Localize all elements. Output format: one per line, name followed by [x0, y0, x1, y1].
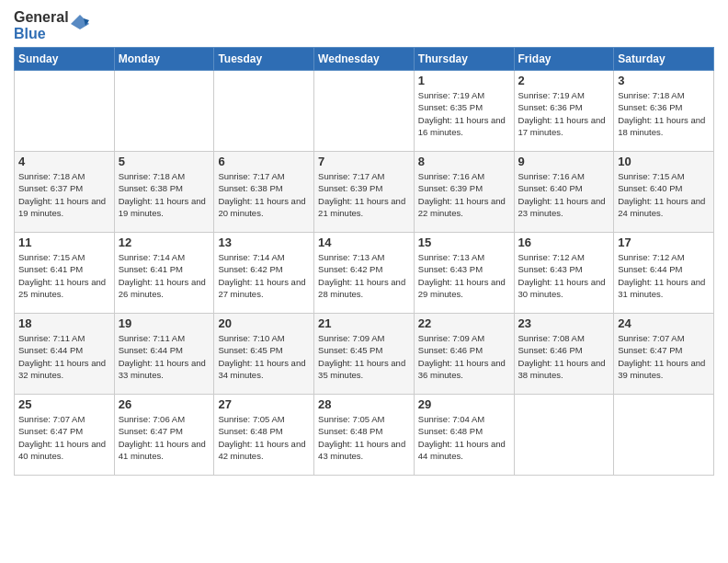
day-info: Sunrise: 7:05 AM Sunset: 6:48 PM Dayligh…	[318, 413, 410, 462]
calendar-cell	[15, 71, 115, 152]
calendar-cell: 15Sunrise: 7:13 AM Sunset: 6:43 PM Dayli…	[414, 233, 514, 314]
day-info: Sunrise: 7:14 AM Sunset: 6:42 PM Dayligh…	[218, 251, 310, 300]
day-number: 3	[618, 74, 710, 87]
day-info: Sunrise: 7:17 AM Sunset: 6:38 PM Dayligh…	[218, 170, 310, 219]
day-info: Sunrise: 7:09 AM Sunset: 6:46 PM Dayligh…	[418, 332, 510, 381]
day-info: Sunrise: 7:13 AM Sunset: 6:42 PM Dayligh…	[318, 251, 410, 300]
calendar-cell	[514, 395, 614, 476]
day-info: Sunrise: 7:07 AM Sunset: 6:47 PM Dayligh…	[618, 332, 710, 381]
calendar-cell: 27Sunrise: 7:05 AM Sunset: 6:48 PM Dayli…	[214, 395, 314, 476]
calendar-cell: 16Sunrise: 7:12 AM Sunset: 6:43 PM Dayli…	[514, 233, 614, 314]
day-number: 19	[119, 316, 210, 330]
day-number: 4	[18, 155, 110, 168]
calendar-table: SundayMondayTuesdayWednesdayThursdayFrid…	[14, 47, 714, 476]
day-info: Sunrise: 7:05 AM Sunset: 6:48 PM Dayligh…	[218, 413, 310, 462]
logo-svg: General Blue	[14, 9, 89, 41]
day-info: Sunrise: 7:11 AM Sunset: 6:44 PM Dayligh…	[119, 332, 210, 381]
calendar-cell: 12Sunrise: 7:14 AM Sunset: 6:41 PM Dayli…	[114, 233, 214, 314]
day-info: Sunrise: 7:11 AM Sunset: 6:44 PM Dayligh…	[18, 332, 110, 381]
week-row-0: 1Sunrise: 7:19 AM Sunset: 6:35 PM Daylig…	[15, 71, 714, 152]
day-number: 22	[418, 316, 510, 330]
calendar-cell: 4Sunrise: 7:18 AM Sunset: 6:37 PM Daylig…	[15, 152, 115, 233]
calendar-cell: 6Sunrise: 7:17 AM Sunset: 6:38 PM Daylig…	[214, 152, 314, 233]
calendar-cell: 11Sunrise: 7:15 AM Sunset: 6:41 PM Dayli…	[15, 233, 115, 314]
calendar-cell: 5Sunrise: 7:18 AM Sunset: 6:38 PM Daylig…	[114, 152, 214, 233]
day-number: 1	[418, 74, 510, 87]
header: General Blue	[14, 9, 714, 41]
day-info: Sunrise: 7:08 AM Sunset: 6:46 PM Dayligh…	[518, 332, 610, 381]
calendar-cell: 7Sunrise: 7:17 AM Sunset: 6:39 PM Daylig…	[314, 152, 415, 233]
week-row-2: 11Sunrise: 7:15 AM Sunset: 6:41 PM Dayli…	[15, 233, 714, 314]
calendar-cell	[314, 71, 415, 152]
calendar-cell: 29Sunrise: 7:04 AM Sunset: 6:48 PM Dayli…	[414, 395, 514, 476]
day-info: Sunrise: 7:04 AM Sunset: 6:48 PM Dayligh…	[418, 413, 510, 462]
day-number: 2	[518, 74, 610, 87]
day-number: 12	[119, 236, 210, 249]
day-info: Sunrise: 7:18 AM Sunset: 6:37 PM Dayligh…	[18, 170, 110, 219]
calendar-cell: 10Sunrise: 7:15 AM Sunset: 6:40 PM Dayli…	[614, 152, 714, 233]
day-info: Sunrise: 7:16 AM Sunset: 6:39 PM Dayligh…	[418, 170, 510, 219]
logo-blue: Blue	[14, 26, 69, 42]
calendar-cell: 22Sunrise: 7:09 AM Sunset: 6:46 PM Dayli…	[414, 314, 514, 395]
day-number: 18	[18, 316, 110, 330]
day-info: Sunrise: 7:19 AM Sunset: 6:36 PM Dayligh…	[518, 89, 610, 138]
weekday-header-wednesday: Wednesday	[314, 48, 415, 71]
day-info: Sunrise: 7:12 AM Sunset: 6:44 PM Dayligh…	[618, 251, 710, 300]
day-info: Sunrise: 7:18 AM Sunset: 6:36 PM Dayligh…	[618, 89, 710, 138]
logo: General Blue	[14, 9, 89, 41]
day-number: 6	[218, 155, 310, 168]
day-info: Sunrise: 7:18 AM Sunset: 6:38 PM Dayligh…	[119, 170, 210, 219]
weekday-header-monday: Monday	[114, 48, 214, 71]
day-number: 24	[618, 316, 710, 330]
calendar-cell	[214, 71, 314, 152]
week-row-1: 4Sunrise: 7:18 AM Sunset: 6:37 PM Daylig…	[15, 152, 714, 233]
calendar-cell: 8Sunrise: 7:16 AM Sunset: 6:39 PM Daylig…	[414, 152, 514, 233]
calendar-cell: 26Sunrise: 7:06 AM Sunset: 6:47 PM Dayli…	[114, 395, 214, 476]
calendar-cell: 24Sunrise: 7:07 AM Sunset: 6:47 PM Dayli…	[614, 314, 714, 395]
day-info: Sunrise: 7:12 AM Sunset: 6:43 PM Dayligh…	[518, 251, 610, 300]
day-info: Sunrise: 7:13 AM Sunset: 6:43 PM Dayligh…	[418, 251, 510, 300]
day-info: Sunrise: 7:06 AM Sunset: 6:47 PM Dayligh…	[119, 413, 210, 462]
calendar-cell: 17Sunrise: 7:12 AM Sunset: 6:44 PM Dayli…	[614, 233, 714, 314]
calendar-cell	[114, 71, 214, 152]
week-row-3: 18Sunrise: 7:11 AM Sunset: 6:44 PM Dayli…	[15, 314, 714, 395]
day-number: 20	[218, 316, 310, 330]
day-info: Sunrise: 7:16 AM Sunset: 6:40 PM Dayligh…	[518, 170, 610, 219]
weekday-header-sunday: Sunday	[15, 48, 115, 71]
week-row-4: 25Sunrise: 7:07 AM Sunset: 6:47 PM Dayli…	[15, 395, 714, 476]
calendar-cell	[614, 395, 714, 476]
weekday-header-tuesday: Tuesday	[214, 48, 314, 71]
day-number: 29	[418, 397, 510, 411]
calendar-cell: 18Sunrise: 7:11 AM Sunset: 6:44 PM Dayli…	[15, 314, 115, 395]
calendar-cell: 3Sunrise: 7:18 AM Sunset: 6:36 PM Daylig…	[614, 71, 714, 152]
weekday-header-saturday: Saturday	[614, 48, 714, 71]
day-number: 23	[518, 316, 610, 330]
day-info: Sunrise: 7:14 AM Sunset: 6:41 PM Dayligh…	[119, 251, 210, 300]
logo-bird-icon	[71, 13, 89, 39]
day-number: 5	[119, 155, 210, 168]
calendar-cell: 23Sunrise: 7:08 AM Sunset: 6:46 PM Dayli…	[514, 314, 614, 395]
day-number: 16	[518, 236, 610, 249]
calendar-cell: 19Sunrise: 7:11 AM Sunset: 6:44 PM Dayli…	[114, 314, 214, 395]
day-number: 13	[218, 236, 310, 249]
calendar-cell: 21Sunrise: 7:09 AM Sunset: 6:45 PM Dayli…	[314, 314, 415, 395]
day-number: 17	[618, 236, 710, 249]
day-info: Sunrise: 7:15 AM Sunset: 6:41 PM Dayligh…	[18, 251, 110, 300]
logo-general: General	[14, 9, 69, 26]
day-info: Sunrise: 7:19 AM Sunset: 6:35 PM Dayligh…	[418, 89, 510, 138]
day-number: 8	[418, 155, 510, 168]
day-info: Sunrise: 7:17 AM Sunset: 6:39 PM Dayligh…	[318, 170, 410, 219]
day-number: 15	[418, 236, 510, 249]
day-number: 11	[18, 236, 110, 249]
day-info: Sunrise: 7:07 AM Sunset: 6:47 PM Dayligh…	[18, 413, 110, 462]
day-number: 9	[518, 155, 610, 168]
day-number: 21	[318, 316, 410, 330]
day-number: 27	[218, 397, 310, 411]
calendar-cell: 9Sunrise: 7:16 AM Sunset: 6:40 PM Daylig…	[514, 152, 614, 233]
calendar-cell: 1Sunrise: 7:19 AM Sunset: 6:35 PM Daylig…	[414, 71, 514, 152]
calendar-cell: 25Sunrise: 7:07 AM Sunset: 6:47 PM Dayli…	[15, 395, 115, 476]
day-info: Sunrise: 7:15 AM Sunset: 6:40 PM Dayligh…	[618, 170, 710, 219]
day-info: Sunrise: 7:10 AM Sunset: 6:45 PM Dayligh…	[218, 332, 310, 381]
calendar-cell: 2Sunrise: 7:19 AM Sunset: 6:36 PM Daylig…	[514, 71, 614, 152]
day-number: 14	[318, 236, 410, 249]
